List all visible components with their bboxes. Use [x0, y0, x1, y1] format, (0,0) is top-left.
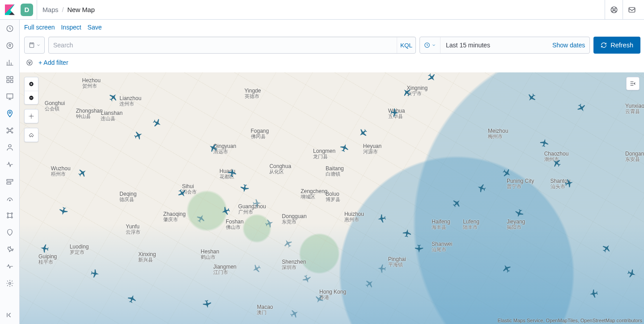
fit-bounds-button[interactable]: [25, 109, 38, 123]
add-filter-link[interactable]: + Add filter: [38, 59, 68, 66]
nav-collapse-icon[interactable]: [5, 311, 14, 320]
map-place-label: Gonghui公会镇: [45, 100, 65, 111]
help-icon[interactable]: [605, 0, 623, 19]
airplane-icon: [250, 262, 263, 275]
breadcrumb-separator: /: [62, 6, 64, 13]
airplane-icon: [39, 243, 50, 254]
airplane-icon: [538, 137, 550, 149]
nav-monitoring-icon[interactable]: [5, 262, 14, 271]
saved-query-button[interactable]: [24, 37, 45, 54]
map-place-label: Wuhua五华县: [388, 108, 405, 119]
save-link[interactable]: Save: [88, 24, 102, 31]
svg-point-15: [11, 132, 13, 133]
inspect-link[interactable]: Inspect: [61, 24, 81, 31]
nav-recent-icon[interactable]: [5, 24, 14, 33]
airplane-icon: [207, 141, 220, 155]
map-canvas[interactable]: Elastic Maps Service, OpenMapTiles, Open…: [20, 72, 644, 324]
airplane-icon: [89, 268, 100, 279]
map-place-label: Xingning兴宁市: [407, 85, 428, 96]
nav-infra-icon[interactable]: [5, 143, 14, 152]
map-place-label: Macao澳门: [257, 304, 273, 315]
airplane-icon: [288, 307, 301, 320]
nav-ml-icon[interactable]: [5, 126, 14, 135]
airplane-icon: [401, 228, 412, 239]
svg-rect-9: [7, 94, 13, 98]
airplane-icon: [132, 129, 145, 142]
svg-point-24: [8, 282, 11, 285]
nav-discover-icon[interactable]: [5, 41, 14, 50]
map-place-label: Foshan佛山市: [226, 219, 244, 230]
nav-devtools-icon[interactable]: [5, 245, 14, 254]
filter-options-icon[interactable]: [24, 57, 35, 68]
map-place-label: Shantou汕头市: [551, 178, 571, 189]
nav-apm-icon[interactable]: [5, 177, 14, 186]
map-place-label: Huizhou惠州市: [344, 211, 364, 222]
nav-logs-icon[interactable]: [5, 160, 14, 169]
breadcrumb-parent[interactable]: Maps: [42, 6, 58, 13]
airplane-icon: [475, 182, 488, 194]
map-place-label: Qingyuan清远市: [213, 143, 236, 154]
airplane-icon: [500, 166, 514, 180]
airplane-icon: [313, 292, 326, 306]
airplane-icon: [194, 212, 208, 225]
airplane-icon: [150, 116, 164, 130]
nav-management-icon[interactable]: [5, 279, 14, 288]
search-box: KQL: [48, 37, 416, 54]
nav-canvas-icon[interactable]: [5, 92, 14, 101]
airplane-icon: [376, 213, 387, 224]
svg-point-14: [7, 132, 8, 133]
map-place-label: Jieyang揭阳市: [507, 219, 525, 230]
kibana-logo[interactable]: [0, 0, 20, 19]
nav-maps-icon[interactable]: [5, 109, 14, 118]
time-range-text[interactable]: Last 15 minutes: [441, 42, 552, 49]
layers-panel-toggle[interactable]: [626, 77, 640, 90]
draw-tools-button[interactable]: [25, 128, 38, 142]
map-place-label: Dongguan东莞市: [282, 213, 306, 224]
svg-point-13: [11, 128, 13, 129]
map-place-label: Deqing德庆县: [119, 191, 136, 202]
map-place-label: Zengcheng增城区: [301, 188, 327, 199]
space-selector[interactable]: D: [21, 4, 33, 16]
airplane-icon: [400, 85, 414, 99]
svg-rect-18: [7, 182, 11, 184]
query-bar: KQL Last 15 minutes Show dates Refresh: [20, 35, 644, 55]
svg-rect-7: [7, 80, 9, 83]
breadcrumb: Maps / New Map: [42, 6, 95, 13]
map-place-label: Baitang白塘镇: [326, 165, 344, 177]
app-header: D Maps / New Map: [0, 0, 644, 20]
map-place-label: Fogang佛冈县: [251, 128, 269, 139]
search-input[interactable]: [49, 37, 397, 53]
fullscreen-link[interactable]: Full screen: [24, 24, 55, 31]
map-place-label: Hong Kong香港: [319, 289, 346, 300]
map-place-label: Boluo博罗县: [326, 191, 340, 202]
map-place-label: Shenzhen深圳市: [282, 259, 306, 270]
map-place-label: Guangzhou广州市: [238, 203, 266, 215]
airplane-icon: [239, 182, 250, 194]
nav-graph-icon[interactable]: [5, 228, 14, 237]
refresh-button[interactable]: Refresh: [593, 37, 640, 54]
svg-point-21: [11, 213, 13, 214]
nav-visualize-icon[interactable]: [5, 58, 14, 67]
airplane-icon: [525, 91, 538, 105]
zoom-in-button[interactable]: [25, 77, 38, 91]
nav-siem-icon[interactable]: [5, 211, 14, 220]
kql-toggle[interactable]: KQL: [397, 37, 415, 53]
map-place-label: Meizhou梅州市: [488, 128, 508, 139]
airplane-icon: [377, 263, 387, 274]
breadcrumb-current: New Map: [68, 6, 95, 13]
zoom-out-button[interactable]: [25, 91, 38, 104]
map-place-label: Huadu花都区: [220, 168, 235, 179]
map-place-label: Yingde英德市: [245, 88, 261, 99]
svg-point-4: [7, 42, 13, 49]
map-place-label: Xinxing新兴县: [138, 251, 156, 262]
map-attribution: Elastic Maps Service, OpenMapTiles, Open…: [497, 318, 642, 323]
nav-dashboard-icon[interactable]: [5, 75, 14, 84]
quickselect-button[interactable]: [420, 37, 441, 53]
map-toolbar: Full screen Inspect Save: [20, 20, 644, 35]
airplane-icon: [500, 262, 513, 275]
newsfeed-icon[interactable]: [623, 0, 640, 19]
svg-point-19: [9, 200, 10, 201]
show-dates-link[interactable]: Show dates: [552, 42, 589, 49]
airplane-icon: [126, 293, 138, 305]
nav-uptime-icon[interactable]: [5, 194, 14, 203]
